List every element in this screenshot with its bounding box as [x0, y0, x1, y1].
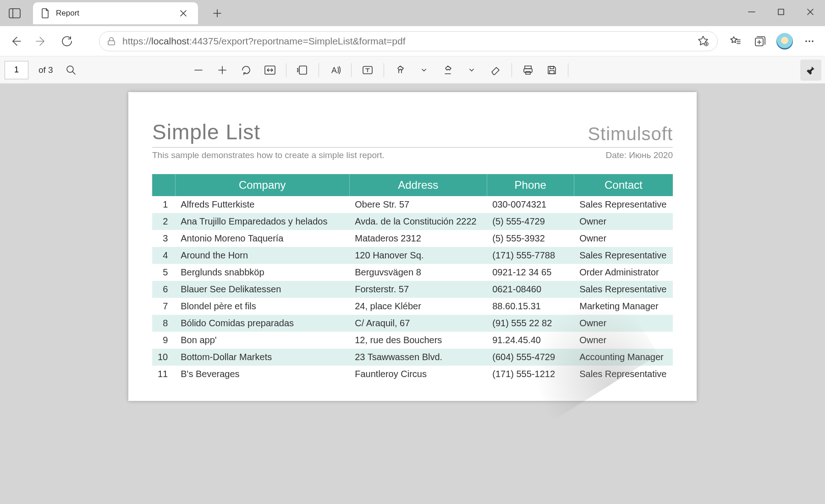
svg-point-23 [808, 40, 810, 42]
table-row: 9Bon app'12, rue des Bouchers91.24.45.40… [152, 332, 673, 349]
svg-rect-0 [9, 9, 20, 18]
report-subtitle: This sample demonstrates how to create a… [152, 150, 385, 160]
favorite-icon[interactable] [697, 35, 710, 48]
refresh-button[interactable] [56, 30, 78, 52]
window-minimize-button[interactable] [737, 3, 766, 21]
report-title: Simple List [152, 120, 260, 144]
th-contact: Contact [574, 174, 673, 196]
table-row: 6Blauer See DelikatessenForsterstr. 5706… [152, 281, 673, 298]
browser-tab[interactable]: Report [33, 2, 198, 24]
svg-rect-36 [526, 71, 530, 74]
svg-rect-7 [778, 9, 784, 15]
table-row: 10Bottom-Dollar Markets23 Tsawwassen Blv… [152, 349, 673, 366]
svg-line-26 [72, 71, 75, 74]
table-row: 11B's BeveragesFauntleroy Circus(171) 55… [152, 366, 673, 383]
table-row: 8Bólido Comidas preparadasC/ Araquil, 67… [152, 315, 673, 332]
page-view-icon[interactable] [292, 60, 313, 81]
tab-close-button[interactable] [177, 7, 190, 20]
search-icon[interactable] [60, 60, 82, 81]
table-row: 3Antonio Moreno TaqueríaMataderos 2312(5… [152, 230, 673, 247]
fit-width-icon[interactable] [259, 60, 280, 81]
pdf-toolbar: 1 of 3 [0, 56, 825, 84]
page-number-input[interactable]: 1 [5, 61, 28, 79]
window-maximize-button[interactable] [766, 3, 796, 21]
forward-button[interactable] [30, 30, 52, 52]
table-row: 4Around the Horn120 Hanover Sq.(171) 555… [152, 247, 673, 264]
zoom-in-button[interactable] [212, 60, 233, 81]
zoom-out-button[interactable] [188, 60, 209, 81]
highlight-dropdown-icon[interactable] [461, 60, 482, 81]
lock-icon [107, 37, 116, 46]
read-aloud-icon[interactable] [324, 60, 346, 81]
back-button[interactable] [5, 30, 27, 52]
tab-actions-icon[interactable] [5, 3, 25, 23]
pdf-viewer[interactable]: Simple List Stimulsoft This sample demon… [0, 84, 825, 504]
erase-icon[interactable] [485, 60, 506, 81]
collections-icon[interactable] [749, 30, 771, 52]
th-phone: Phone [487, 174, 574, 196]
svg-point-22 [805, 40, 807, 42]
pdf-page: Simple List Stimulsoft This sample demon… [128, 92, 697, 401]
svg-point-24 [812, 40, 814, 42]
th-address: Address [349, 174, 487, 196]
rotate-icon[interactable] [236, 60, 257, 81]
table-row: 1Alfreds FutterkisteObere Str. 57030-007… [152, 196, 673, 213]
window-controls [737, 0, 825, 26]
window-close-button[interactable] [796, 3, 825, 21]
svg-rect-12 [108, 41, 115, 45]
save-icon[interactable] [541, 60, 562, 81]
more-menu-icon[interactable] [798, 30, 820, 52]
report-date: Date: Июнь 2020 [605, 150, 673, 160]
th-company: Company [175, 174, 349, 196]
table-row: 7Blondel père et fils24, place Kléber88.… [152, 298, 673, 315]
svg-rect-37 [550, 66, 554, 69]
address-bar[interactable]: https://localhost:44375/export?reportnam… [99, 31, 718, 51]
draw-icon[interactable] [390, 60, 411, 81]
url-text: https://localhost:44375/export?reportnam… [122, 36, 691, 47]
document-icon [41, 8, 50, 18]
table-row: 2Ana Trujillo Emparedados y heladosAvda.… [152, 213, 673, 230]
add-text-icon[interactable] [357, 60, 378, 81]
favorites-list-icon[interactable] [724, 30, 746, 52]
print-icon[interactable] [517, 60, 539, 81]
browser-navbar: https://localhost:44375/export?reportnam… [0, 26, 825, 56]
window-titlebar: Report [0, 0, 825, 26]
pin-toolbar-icon[interactable] [800, 60, 821, 81]
highlight-icon[interactable] [437, 60, 458, 81]
svg-rect-35 [524, 69, 532, 72]
new-tab-button[interactable] [206, 2, 228, 24]
report-table: Company Address Phone Contact 1Alfreds F… [152, 174, 673, 383]
profile-avatar[interactable] [774, 30, 796, 52]
report-brand: Stimulsoft [588, 124, 673, 144]
svg-rect-34 [525, 66, 531, 69]
svg-rect-38 [550, 71, 554, 74]
svg-rect-31 [299, 66, 307, 74]
draw-dropdown-icon[interactable] [413, 60, 434, 81]
table-row: 5Berglunds snabbköpBerguvsvägen 80921-12… [152, 264, 673, 281]
tab-title: Report [56, 9, 79, 18]
page-total-label: of 3 [38, 65, 53, 75]
